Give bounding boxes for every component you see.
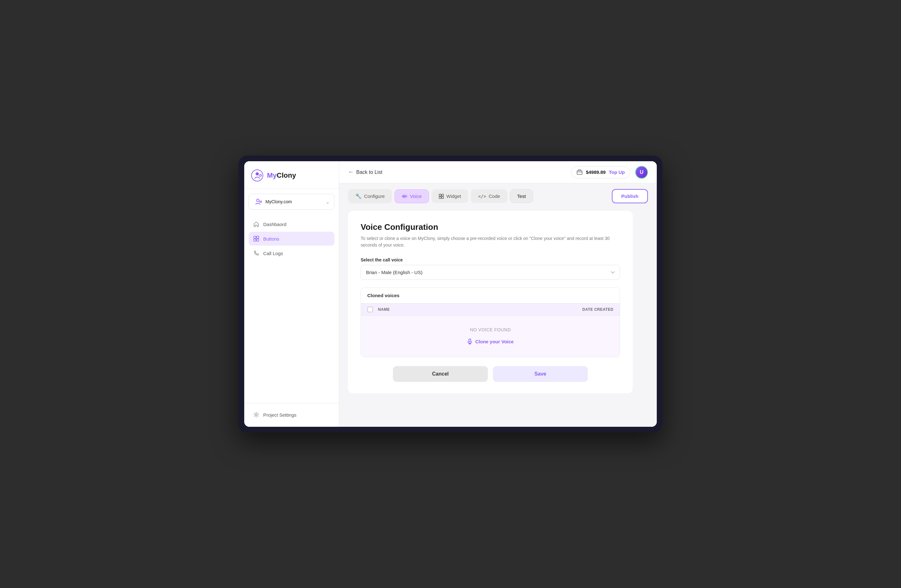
voice-select[interactable]: Brian - Male (English - US): [361, 265, 620, 280]
voice-config-title: Voice Configuration: [361, 222, 620, 232]
sidebar-nav: Dashbaord Buttons: [244, 215, 339, 403]
wallet-icon: [577, 169, 583, 176]
sidebar-item-buttons[interactable]: Buttons: [249, 232, 334, 246]
tab-widget[interactable]: Widget: [432, 189, 469, 203]
sidebar-item-buttons-label: Buttons: [263, 236, 279, 241]
svg-point-2: [259, 174, 261, 176]
top-bar: ← Back to List $4989.89 Top Up: [339, 161, 657, 184]
voice-config-desc: To select or clone a voice on MyClony, s…: [361, 235, 620, 249]
svg-rect-8: [257, 239, 259, 241]
balance-amount: $4989.89: [586, 170, 606, 175]
sidebar-bottom: Project Settings: [244, 403, 339, 427]
phone-icon: [253, 250, 259, 257]
main-content: ← Back to List $4989.89 Top Up: [339, 161, 657, 427]
action-buttons: Cancel Save: [361, 366, 620, 382]
tab-test[interactable]: Test: [510, 189, 533, 203]
configure-icon: 🔧: [355, 193, 362, 199]
app-window: MyClony MyClony.com ⌄: [244, 161, 657, 427]
tab-test-label: Test: [517, 193, 526, 199]
svg-rect-10: [577, 171, 582, 174]
chevron-down-icon: ⌄: [326, 199, 330, 205]
widget-icon: [439, 194, 444, 199]
clone-voice-label: Clone your Voice: [475, 339, 513, 344]
tab-code[interactable]: </> Code: [471, 189, 507, 203]
sidebar-item-calllogs-label: Call Logs: [263, 251, 283, 256]
header-checkbox[interactable]: [367, 306, 373, 312]
tab-configure-label: Configure: [364, 193, 385, 199]
project-settings-label: Project Settings: [263, 412, 296, 418]
cloned-voices-header: Cloned voices: [361, 288, 620, 303]
sidebar-item-dashboard[interactable]: Dashbaord: [249, 217, 334, 231]
svg-point-1: [256, 172, 259, 176]
svg-rect-12: [442, 194, 444, 196]
svg-rect-11: [439, 194, 441, 196]
sidebar-item-project-settings[interactable]: Project Settings: [249, 408, 334, 422]
tab-widget-label: Widget: [446, 193, 461, 199]
sidebar-logo: MyClony: [244, 161, 339, 189]
svg-rect-6: [257, 236, 259, 238]
voice-wave-icon: [402, 193, 407, 199]
tab-voice[interactable]: Voice: [394, 189, 429, 203]
svg-rect-13: [439, 197, 441, 199]
back-arrow-icon: ←: [348, 169, 354, 176]
balance-box: $4989.89 Top Up: [571, 166, 630, 178]
sidebar: MyClony MyClony.com ⌄: [244, 161, 339, 427]
sidebar-item-call-logs[interactable]: Call Logs: [249, 246, 334, 260]
workspace-selector[interactable]: MyClony.com ⌄: [249, 194, 334, 210]
publish-button[interactable]: Publish: [612, 189, 648, 203]
clone-voice-button[interactable]: Clone your Voice: [467, 339, 513, 344]
tab-code-label: Code: [489, 193, 500, 199]
gear-icon: [253, 412, 259, 418]
svg-rect-7: [254, 239, 256, 241]
save-button[interactable]: Save: [493, 366, 588, 382]
cloned-voices-box: Cloned voices NAME DATE CREATED NO VOICE…: [361, 287, 620, 357]
tab-bar: 🔧 Configure Voice: [339, 184, 657, 203]
no-voice-text: NO VOICE FOUND: [367, 327, 613, 332]
avatar-image: U: [636, 166, 647, 178]
code-icon: </>: [478, 194, 486, 199]
device-frame: MyClony MyClony.com ⌄: [238, 156, 662, 432]
sidebar-item-dashboard-label: Dashbaord: [263, 222, 286, 227]
col-name-header: NAME: [378, 307, 582, 312]
workspace-name: MyClony.com: [265, 199, 323, 204]
cancel-button[interactable]: Cancel: [393, 366, 488, 382]
svg-point-9: [255, 414, 257, 416]
select-voice-label: Select the call voice: [361, 257, 620, 262]
table-header: NAME DATE CREATED: [361, 303, 620, 316]
back-button[interactable]: ← Back to List: [348, 169, 382, 176]
home-icon: [253, 221, 259, 227]
app-inner: MyClony MyClony.com ⌄: [244, 161, 657, 427]
tab-voice-label: Voice: [410, 193, 422, 199]
svg-point-4: [260, 201, 261, 203]
page-content: Voice Configuration To select or clone a…: [339, 203, 657, 427]
col-date-header: DATE CREATED: [582, 307, 613, 312]
svg-rect-5: [254, 236, 256, 238]
top-bar-right: $4989.89 Top Up U: [571, 166, 648, 179]
topup-button[interactable]: Top Up: [609, 170, 625, 175]
logo-text: MyClony: [267, 171, 296, 180]
back-button-label: Back to List: [356, 170, 382, 175]
logo-icon: [251, 169, 264, 182]
buttons-icon: [253, 235, 259, 242]
voice-config-card: Voice Configuration To select or clone a…: [348, 211, 633, 393]
svg-point-3: [257, 199, 259, 202]
svg-rect-14: [442, 197, 444, 199]
tab-configure[interactable]: 🔧 Configure: [348, 189, 392, 203]
avatar: U: [635, 166, 648, 179]
svg-rect-15: [469, 339, 471, 342]
workspace-icon: [253, 197, 262, 206]
empty-state: NO VOICE FOUND Clone your Voice: [361, 316, 620, 357]
mic-icon: [467, 339, 472, 344]
